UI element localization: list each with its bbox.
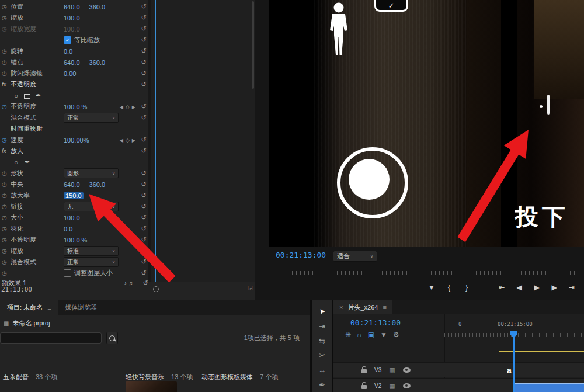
reset-icon[interactable]: ↺ bbox=[139, 36, 148, 44]
stopwatch-icon[interactable]: ◷ bbox=[2, 214, 11, 221]
lock-icon[interactable] bbox=[361, 369, 367, 373]
reset-icon[interactable]: ↺ bbox=[139, 70, 148, 77]
stopwatch-icon[interactable]: ◷ bbox=[2, 4, 11, 10]
property-value[interactable]: 150.0 bbox=[64, 192, 84, 199]
stopwatch-icon[interactable]: ◷ bbox=[2, 15, 11, 21]
property-value[interactable]: 640.0 bbox=[64, 4, 80, 11]
stopwatch-icon[interactable]: ◷ bbox=[2, 170, 11, 176]
checkbox[interactable]: ✓ bbox=[64, 36, 71, 44]
ellipse-mask-icon[interactable]: ○ bbox=[11, 159, 22, 166]
search-input[interactable] bbox=[0, 332, 102, 344]
property-value[interactable]: 360.0 bbox=[89, 59, 106, 66]
play-button[interactable]: ▶ bbox=[531, 281, 542, 294]
reset-icon[interactable]: ↺ bbox=[139, 192, 148, 199]
dropdown[interactable]: 圆形∨ bbox=[64, 168, 119, 178]
toggle-track-output-icon[interactable] bbox=[403, 367, 411, 373]
keyframe-zoom-bar[interactable]: ◲ bbox=[151, 284, 255, 293]
property-value[interactable]: 640.0 bbox=[64, 59, 80, 66]
reset-icon[interactable]: ↺ bbox=[139, 103, 148, 110]
go-to-in-button[interactable]: ⇤ bbox=[496, 281, 507, 294]
zoom-track[interactable] bbox=[159, 289, 243, 289]
step-back-button[interactable]: ◀ bbox=[514, 281, 524, 294]
stopwatch-icon[interactable]: ◷ bbox=[2, 48, 11, 54]
stopwatch-icon[interactable]: ◷ bbox=[2, 248, 11, 254]
property-value[interactable]: 100.0 % bbox=[64, 237, 87, 244]
reset-icon[interactable]: ↺ bbox=[139, 25, 148, 33]
property-value[interactable]: 0.0 bbox=[64, 226, 72, 233]
timeline-playhead-line[interactable] bbox=[513, 331, 515, 392]
keyframe-navigator[interactable]: ◀◇▶ bbox=[120, 104, 135, 110]
pen-mask-icon[interactable]: ✒ bbox=[33, 92, 44, 99]
scrollbar-thumb[interactable] bbox=[252, 1, 254, 89]
monitor-scrub-ruler[interactable] bbox=[272, 266, 577, 275]
ripple-edit-tool[interactable]: ⇆ bbox=[315, 335, 330, 346]
stopwatch-icon[interactable]: ◷ bbox=[2, 137, 11, 143]
stopwatch-icon[interactable]: ◷ bbox=[2, 192, 11, 199]
program-timecode[interactable]: 00:21:13:00 bbox=[276, 251, 326, 259]
reset-icon[interactable]: ↺ bbox=[139, 114, 148, 122]
stopwatch-icon[interactable]: ◷ bbox=[2, 181, 11, 188]
zoom-handle[interactable] bbox=[153, 286, 159, 292]
razor-tool[interactable]: ✂ bbox=[315, 349, 330, 361]
timeline-playhead-marker[interactable] bbox=[510, 331, 517, 338]
pen-tool[interactable]: ✒ bbox=[315, 379, 330, 390]
reset-icon[interactable]: ↺ bbox=[139, 136, 148, 144]
tab-project[interactable]: 项目: 未命名 ≡ bbox=[0, 300, 58, 315]
effect-playhead-line[interactable] bbox=[155, 0, 156, 282]
stopwatch-icon[interactable]: ◷ bbox=[2, 226, 11, 232]
track-target-button[interactable]: V2 bbox=[374, 383, 381, 389]
property-value[interactable]: 100.0 % bbox=[64, 103, 87, 110]
track-target-button[interactable]: V3 bbox=[374, 367, 381, 373]
reset-icon[interactable]: ↺ bbox=[139, 3, 148, 11]
reset-icon[interactable]: ↺ bbox=[139, 47, 148, 55]
project-file-row[interactable]: ▦ 未命名.prproj bbox=[4, 319, 50, 328]
bin-item[interactable]: 动态图形模板媒体7 个项 bbox=[201, 373, 278, 381]
timeline-settings-icon[interactable]: ⚙ bbox=[393, 331, 399, 339]
stopwatch-icon[interactable]: ◷ bbox=[2, 203, 11, 210]
bin-item[interactable]: 五杀配音33 个项 bbox=[3, 373, 57, 381]
sync-lock-icon[interactable]: ▦ bbox=[389, 366, 395, 374]
nest-toggle-icon[interactable]: ✳ bbox=[345, 331, 351, 339]
panel-menu-icon[interactable]: ≡ bbox=[47, 304, 51, 311]
reset-icon[interactable]: ↺ bbox=[139, 14, 148, 22]
tab-sequence[interactable]: × 片头_x264 ≡ bbox=[333, 300, 392, 314]
keyframe-lane[interactable] bbox=[151, 0, 255, 282]
keyframe-navigator[interactable]: ◀◇▶ bbox=[120, 137, 135, 143]
go-to-out-button[interactable]: ⇥ bbox=[566, 281, 577, 294]
timeline-clip[interactable] bbox=[513, 383, 584, 392]
reset-icon[interactable]: ↺ bbox=[139, 181, 148, 188]
property-value[interactable]: 0.0 bbox=[64, 48, 72, 55]
property-value[interactable]: 640.0 bbox=[64, 181, 80, 188]
stopwatch-icon[interactable]: ◷ bbox=[2, 59, 11, 65]
reset-icon[interactable]: ↺ bbox=[139, 169, 148, 177]
lock-icon[interactable] bbox=[361, 385, 367, 389]
selection-tool[interactable]: ➤ bbox=[315, 306, 330, 317]
stopwatch-icon[interactable]: ◷ bbox=[2, 259, 11, 265]
property-value[interactable]: 100.0 bbox=[64, 214, 80, 221]
linked-selection-icon[interactable]: ▣ bbox=[368, 331, 374, 339]
zoom-fit-select[interactable]: 适合 ∨ bbox=[333, 251, 377, 262]
dropdown[interactable]: 正常∨ bbox=[64, 257, 119, 267]
stopwatch-icon[interactable]: ◷ bbox=[2, 237, 11, 243]
step-forward-button[interactable]: ▶ bbox=[549, 281, 559, 294]
sync-lock-icon[interactable]: ▦ bbox=[389, 382, 395, 390]
toggle-track-output-icon[interactable] bbox=[403, 383, 411, 388]
stopwatch-icon[interactable]: ◷ bbox=[2, 270, 11, 276]
timeline-timecode[interactable]: 00:21:13:00 bbox=[350, 318, 401, 327]
search-button[interactable] bbox=[106, 332, 118, 344]
stopwatch-icon[interactable]: ◷ bbox=[2, 70, 11, 77]
property-value[interactable]: 0.00 bbox=[64, 70, 76, 77]
expand-icon[interactable]: ◲ bbox=[248, 285, 253, 291]
track-select-forward-tool[interactable]: ⇥ bbox=[315, 320, 330, 332]
ellipse-mask-icon[interactable]: ○ bbox=[11, 92, 22, 99]
add-marker-button[interactable]: ▼ bbox=[426, 281, 437, 294]
property-value[interactable]: 360.0 bbox=[89, 181, 106, 188]
reset-icon[interactable]: ↺ bbox=[139, 147, 148, 155]
dropdown[interactable]: 无∨ bbox=[64, 202, 119, 211]
reset-icon[interactable]: ↺ bbox=[139, 81, 148, 88]
bin-item[interactable]: 轻快背景音乐13 个项 bbox=[126, 373, 193, 381]
reset-icon[interactable]: ↺ bbox=[139, 258, 148, 266]
checkbox[interactable] bbox=[64, 269, 71, 277]
tab-media-browser[interactable]: 媒体浏览器 bbox=[58, 300, 105, 315]
property-value[interactable]: 360.0 bbox=[89, 4, 106, 11]
